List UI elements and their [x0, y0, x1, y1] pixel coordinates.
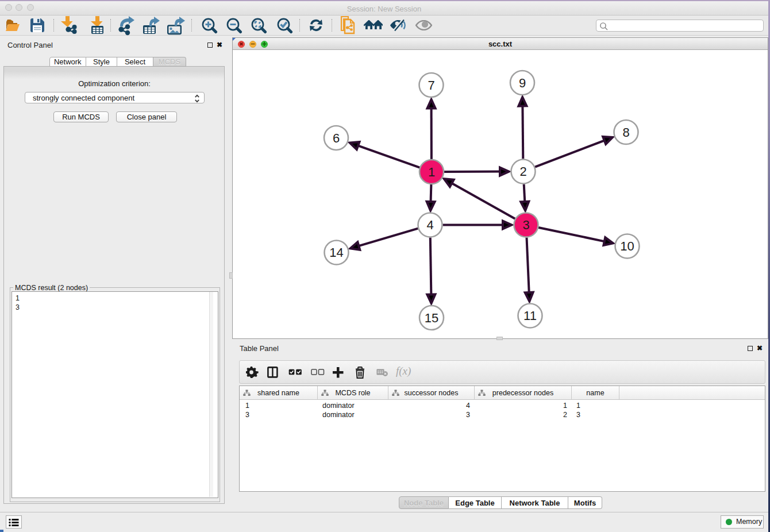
svg-text:11: 11	[523, 309, 537, 323]
svg-text:8: 8	[622, 125, 629, 140]
svg-text:4: 4	[426, 218, 433, 232]
svg-text:3: 3	[522, 218, 529, 232]
svg-text:2: 2	[519, 164, 526, 179]
svg-text:9: 9	[519, 76, 526, 90]
svg-text:14: 14	[329, 245, 343, 260]
svg-text:15: 15	[425, 311, 438, 325]
svg-text:1: 1	[428, 165, 435, 179]
svg-text:10: 10	[620, 239, 634, 253]
svg-text:6: 6	[333, 131, 340, 145]
svg-text:7: 7	[428, 78, 434, 92]
